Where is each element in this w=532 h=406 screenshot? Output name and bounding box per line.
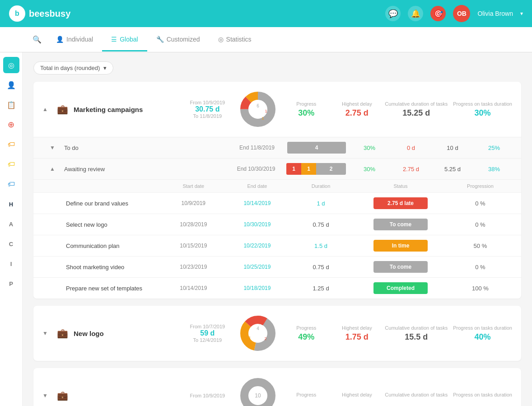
subgroup-progress-tasks-todo: 25% <box>476 145 512 151</box>
task-start-2: 10/15/2019 <box>162 243 225 249</box>
date-from-3: From 10/9/2019 <box>182 393 232 398</box>
status-badge-3: To come <box>373 261 428 273</box>
global-icon: ☰ <box>111 36 117 43</box>
subgroup-awaiting: ▲ Awaiting review End 10/30/2019 1 1 2 3… <box>33 158 521 179</box>
donut-3: 10 <box>238 375 278 406</box>
individual-icon: 👤 <box>56 36 64 43</box>
wrench-icon: 🔧 <box>156 36 164 43</box>
collapse-btn-3[interactable]: ▼ <box>42 392 51 399</box>
sidebar-item-active[interactable]: ◎ <box>3 57 19 73</box>
project-header-marketing: ▲ 💼 Marketing campaigns From 10/9/2019 3… <box>33 82 521 137</box>
task-end-2: 10/22/2019 <box>225 243 289 249</box>
sidebar: ◎ 👤 📋 ⊕ 🏷 🏷 🏷 H A C I P > <box>0 52 23 406</box>
date-from-newlogo: From 10/7/2019 <box>182 324 232 329</box>
task-start-1: 10/28/2019 <box>162 221 225 228</box>
svg-text:4: 4 <box>257 326 260 331</box>
bar-awaiting: 1 1 2 <box>286 163 346 175</box>
main-layout: ◎ 👤 📋 ⊕ 🏷 🏷 🏷 H A C I P > Total in days … <box>0 52 532 406</box>
status-badge-1: To come <box>373 219 428 230</box>
stat-cumulative-newlogo: Cumulative duration of tasks 15.5 d <box>385 325 448 342</box>
task-col-progression-label: Progression <box>448 183 512 189</box>
main-content: Total in days (rounded) ▾ ▲ 💼 Marketing … <box>23 52 532 406</box>
task-row-1: Select new logo 10/28/2019 10/30/2019 0.… <box>33 214 521 235</box>
task-row-0: Define our brand values 10/9/2019 10/14/… <box>33 192 521 214</box>
header-right: 💬 🔔 🎯 OB Olivia Brown ▾ <box>385 5 523 22</box>
stat-progress-tasks-marketing: Progress on tasks duration 30% <box>453 101 512 118</box>
donut-marketing: 6 1 1 <box>238 89 278 130</box>
duration-marketing: 30.75 d <box>182 105 232 113</box>
date-to-marketing: To 11/8/2019 <box>182 113 232 119</box>
status-badge-4: Completed <box>373 282 428 294</box>
task-duration-4: 1.25 d <box>289 285 353 292</box>
task-progress-3: 0 % <box>448 264 512 271</box>
nav-tabs: 🔍 👤 Individual ☰ Global 🔧 Customized ◎ S… <box>0 27 532 52</box>
sidebar-item-people[interactable]: 👤 <box>3 77 19 93</box>
project-dates-newlogo: From 10/7/2019 59 d To 12/4/2019 <box>182 324 232 343</box>
project-dates-3: From 10/9/2019 <box>182 393 232 398</box>
tab-global[interactable]: ☰ Global <box>102 28 147 51</box>
task-progress-0: 0 % <box>448 200 512 207</box>
sidebar-item-blue[interactable]: 🏷 <box>3 176 19 192</box>
sidebar-item-add[interactable]: ⊕ <box>3 117 19 133</box>
stat-progress-newlogo: Progress 49% <box>284 325 329 342</box>
target-icon[interactable]: 🎯 <box>430 6 446 21</box>
filter-label: Total in days (rounded) <box>40 65 100 71</box>
project-icon-newlogo: 💼 <box>57 328 68 339</box>
status-badge-0: 2.75 d late <box>373 197 428 209</box>
tab-individual[interactable]: 👤 Individual <box>47 28 102 51</box>
stat-progress-3: Progress <box>284 392 329 399</box>
task-status-4: Completed <box>353 282 448 294</box>
sidebar-item-clipboard[interactable]: 📋 <box>3 97 19 113</box>
project-name-marketing: Marketing campaigns <box>74 106 177 113</box>
collapse-btn-marketing[interactable]: ▲ <box>42 106 51 112</box>
sidebar-item-c[interactable]: C <box>3 236 19 252</box>
task-start-3: 10/23/2019 <box>162 264 225 270</box>
project-card-marketing: ▲ 💼 Marketing campaigns From 10/9/2019 3… <box>33 82 521 299</box>
task-status-1: To come <box>353 219 448 230</box>
project-icon-marketing: 💼 <box>57 104 68 115</box>
sidebar-item-yellow[interactable]: 🏷 <box>3 156 19 173</box>
project-name-newlogo: New logo <box>74 330 177 337</box>
sidebar-item-navy[interactable]: H <box>3 196 19 212</box>
app-header: b beesbusy 💬 🔔 🎯 OB Olivia Brown ▾ <box>0 0 532 27</box>
stat-cumulative-3: Cumulative duration of tasks <box>385 392 448 399</box>
date-to-newlogo: To 12/4/2019 <box>182 337 232 343</box>
task-name-0: Define our brand values <box>42 200 162 207</box>
user-dropdown-arrow[interactable]: ▾ <box>520 10 523 17</box>
task-start-4: 10/14/2019 <box>162 285 225 291</box>
sidebar-item-a[interactable]: A <box>3 216 19 232</box>
bell-icon[interactable]: 🔔 <box>408 6 423 21</box>
logo[interactable]: b beesbusy <box>9 5 70 22</box>
logo-text: beesbusy <box>29 9 70 19</box>
stat-progress-tasks-newlogo: Progress on tasks duration 40% <box>453 325 512 342</box>
svg-text:1: 1 <box>262 116 264 121</box>
task-col-duration-label: Duration <box>289 183 353 189</box>
sidebar-item-i[interactable]: I <box>3 256 19 272</box>
subgroup-progress-tasks-awaiting: 38% <box>476 166 512 173</box>
chat-icon[interactable]: 💬 <box>385 6 401 21</box>
tab-customized[interactable]: 🔧 Customized <box>147 28 209 51</box>
collapse-btn-awaiting[interactable]: ▲ <box>50 166 59 172</box>
project-header-3: ▼ 💼 From 10/9/2019 10 Pr <box>33 368 521 406</box>
task-row-2: Communication plan 10/15/2019 10/22/2019… <box>33 235 521 256</box>
duration-newlogo: 59 d <box>182 329 232 337</box>
task-end-3: 10/25/2019 <box>225 264 289 270</box>
task-status-2: In time <box>353 240 448 252</box>
collapse-btn-todo[interactable]: ▼ <box>50 145 59 151</box>
collapse-btn-newlogo[interactable]: ▼ <box>42 330 51 336</box>
sidebar-item-orange[interactable]: 🏷 <box>3 136 19 153</box>
svg-text:6: 6 <box>257 103 260 108</box>
bar-todo: 4 <box>287 142 346 154</box>
search-icon[interactable]: 🔍 <box>27 28 47 51</box>
subgroup-cumulative-todo: 10 d <box>434 145 471 151</box>
task-col-start-label: Start date <box>162 183 225 189</box>
task-duration-3: 0.75 d <box>289 264 353 271</box>
sidebar-item-p[interactable]: P <box>3 275 19 292</box>
logo-icon: b <box>9 5 25 22</box>
filter-dropdown[interactable]: Total in days (rounded) ▾ <box>33 61 113 75</box>
tab-statistics[interactable]: ◎ Statistics <box>209 28 261 51</box>
task-end-1: 10/30/2019 <box>225 221 289 228</box>
task-name-1: Select new logo <box>42 221 162 228</box>
subgroup-progress-todo: 30% <box>351 145 387 151</box>
avatar[interactable]: OB <box>453 5 470 22</box>
